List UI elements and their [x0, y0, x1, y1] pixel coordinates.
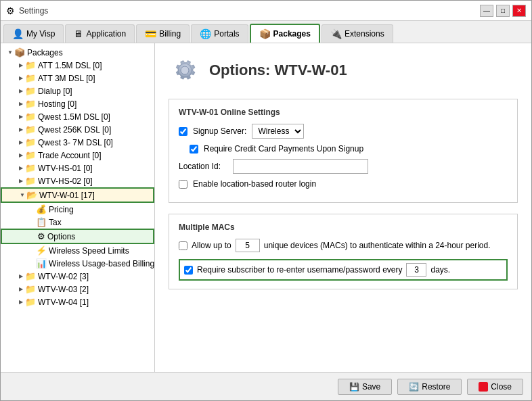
allow-up-to-suffix: unique devices (MACs) to authenticate wi… [264, 241, 491, 250]
close-red-icon [479, 382, 488, 392]
window-title: Settings [19, 6, 48, 16]
dialup-toggle: ▶ [17, 87, 25, 95]
wusage-spacer [28, 260, 36, 268]
pricing-spacer [28, 206, 36, 214]
wusage-icon: 📊 [36, 258, 47, 268]
minimize-button[interactable]: — [480, 5, 493, 17]
tab-extensions-label: Extensions [345, 29, 384, 39]
tab-application[interactable]: 🖥 Application [65, 24, 135, 43]
trade-label: Trade Account [0] [38, 151, 102, 160]
save-icon: 💾 [349, 382, 359, 392]
qwest1-toggle: ▶ [17, 113, 25, 121]
tree-dialup[interactable]: ▶ 📁 Dialup [0] [1, 85, 154, 97]
tree-hosting[interactable]: ▶ 📁 Hosting [0] [1, 97, 154, 110]
allow-up-to-input[interactable] [236, 239, 260, 252]
portals-icon: 🌐 [200, 28, 211, 39]
tree-wtv-w-04[interactable]: ▶ 📁 WTV-W-04 [1] [1, 296, 154, 308]
wtvw01-icon: 📂 [26, 190, 37, 200]
tree-pricing[interactable]: 💰 Pricing [1, 203, 154, 216]
reenter-label: Require subscriber to re-enter username/… [197, 265, 402, 275]
tree-root[interactable]: ▼ 📦 Packages [1, 46, 154, 59]
enable-location-checkbox[interactable] [179, 180, 187, 189]
att3-label: ATT 3M DSL [0] [38, 74, 95, 83]
maximize-button[interactable]: □ [496, 5, 510, 17]
trade-icon: 📁 [25, 150, 36, 160]
online-settings-section: WTV-W-01 Online Settings Signup Server: … [169, 99, 518, 203]
svg-point-0 [181, 66, 189, 74]
tree-wireless-usage[interactable]: 📊 Wireless Usage-based Billing [1, 257, 154, 270]
att1-label: ATT 1.5M DSL [0] [38, 61, 102, 70]
close-window-button[interactable]: Close [467, 379, 523, 395]
tax-icon: 📋 [36, 217, 47, 227]
qwest3-toggle: ▶ [17, 139, 25, 147]
tree-wtv-w-02[interactable]: ▶ 📁 WTV-W-02 [3] [1, 270, 154, 283]
att1-icon: 📁 [25, 60, 36, 70]
wtvw03-label: WTV-W-03 [2] [38, 285, 89, 294]
extensions-icon: 🔌 [330, 28, 342, 39]
tree-wtv-w-01[interactable]: ▼ 📂 WTV-W-01 [17] [1, 187, 154, 203]
tab-application-label: Application [86, 29, 126, 39]
page-title: Options: WTV-W-01 [209, 62, 347, 79]
tab-packages[interactable]: 📦 Packages [250, 24, 320, 43]
reenter-checkbox[interactable] [184, 266, 193, 275]
main-content: Options: WTV-W-01 WTV-W-01 Online Settin… [155, 43, 531, 372]
qwest256-icon: 📁 [25, 124, 36, 135]
require-credit-card-label: Require Credit Card Payments Upon Signup [204, 144, 363, 154]
online-settings-title: WTV-W-01 Online Settings [179, 108, 508, 117]
close-button[interactable]: ✕ [512, 5, 526, 17]
multiple-macs-section: Multiple MACs Allow up to unique devices… [169, 214, 518, 289]
options-spacer [29, 233, 37, 241]
tab-extensions[interactable]: 🔌 Extensions [322, 24, 393, 43]
tab-billing-label: Billing [159, 29, 181, 39]
tab-my-visp-label: My Visp [26, 29, 55, 39]
close-label: Close [491, 382, 512, 392]
tree-trade-account[interactable]: ▶ 📁 Trade Account [0] [1, 149, 154, 162]
tree-wireless-speed[interactable]: ⚡ Wireless Speed Limits [1, 244, 154, 257]
wtvhs01-icon: 📁 [25, 163, 36, 173]
content-area: ▼ 📦 Packages ▶ 📁 ATT 1.5M DSL [0] ▶ 📁 AT… [1, 43, 531, 372]
tree-wtv-w-03[interactable]: ▶ 📁 WTV-W-03 [2] [1, 283, 154, 296]
require-credit-card-checkbox[interactable] [190, 145, 198, 154]
require-credit-card-row: Require Credit Card Payments Upon Signup [179, 144, 508, 154]
tab-billing[interactable]: 💳 Billing [136, 24, 190, 43]
save-label: Save [362, 382, 380, 392]
tax-spacer [28, 218, 36, 227]
signup-server-label: Signup Server: [193, 126, 246, 136]
qwest3-icon: 📁 [25, 137, 36, 147]
tab-portals[interactable]: 🌐 Portals [191, 24, 248, 43]
tree-att-3m[interactable]: ▶ 📁 ATT 3M DSL [0] [1, 72, 154, 85]
dialup-label: Dialup [0] [38, 87, 72, 96]
tree-att-1.5m[interactable]: ▶ 📁 ATT 1.5M DSL [0] [1, 59, 154, 72]
tab-my-visp[interactable]: 👤 My Visp [3, 24, 64, 43]
application-icon: 🖥 [74, 28, 83, 39]
location-id-input[interactable] [233, 159, 368, 174]
app-icon: ⚙ [6, 5, 15, 16]
tree-qwest-1.5m[interactable]: ▶ 📁 Qwest 1.5M DSL [0] [1, 110, 154, 123]
tab-portals-label: Portals [214, 29, 239, 39]
wtvw02-label: WTV-W-02 [3] [38, 272, 89, 281]
restore-label: Restore [422, 382, 450, 392]
tree-tax[interactable]: 📋 Tax [1, 216, 154, 229]
tree-wtv-hs-02[interactable]: ▶ 📁 WTV-HS-02 [0] [1, 174, 154, 187]
dialup-icon: 📁 [25, 86, 36, 96]
tree-wtv-hs-01[interactable]: ▶ 📁 WTV-HS-01 [0] [1, 162, 154, 174]
tree-options[interactable]: ⚙ Options [1, 229, 154, 244]
hosting-toggle: ▶ [17, 100, 25, 108]
allow-up-to-checkbox[interactable] [179, 241, 187, 250]
reenter-days-input[interactable] [406, 263, 426, 277]
tree-qwest-256k[interactable]: ▶ 📁 Qwest 256K DSL [0] [1, 123, 154, 136]
signup-server-checkbox[interactable] [179, 127, 187, 136]
att1-toggle: ▶ [17, 62, 25, 70]
root-folder-icon: 📦 [14, 47, 25, 57]
wspeed-label: Wireless Speed Limits [49, 246, 129, 256]
tree-qwest-3-7m[interactable]: ▶ 📁 Qwest 3- 7M DSL [0] [1, 136, 154, 149]
pricing-icon: 💰 [36, 204, 47, 214]
wtvhs01-label: WTV-HS-01 [0] [38, 164, 93, 173]
root-toggle: ▼ [6, 49, 14, 57]
save-button[interactable]: 💾 Save [338, 379, 392, 395]
att3-icon: 📁 [25, 73, 36, 83]
reenter-suffix: days. [430, 265, 450, 275]
signup-server-select[interactable]: Wireless [252, 124, 304, 139]
gear-icon-large [169, 54, 201, 87]
restore-button[interactable]: 🔄 Restore [397, 379, 462, 395]
